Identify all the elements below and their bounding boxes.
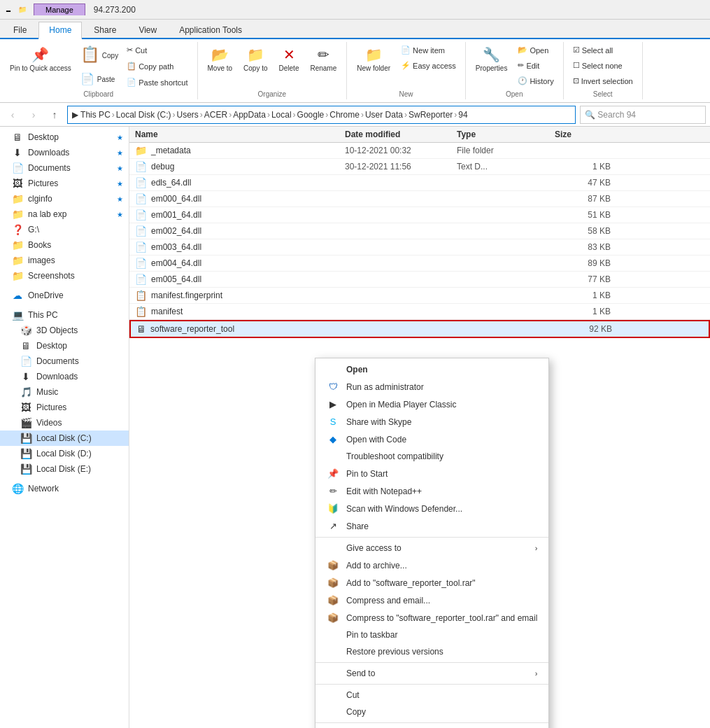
tab-view[interactable]: View	[128, 22, 167, 38]
ctx-restore-versions[interactable]: Restore previous versions	[315, 643, 548, 660]
tab-application-tools[interactable]: Application Tools	[169, 22, 253, 38]
context-menu: Open 🛡 Run as administrator ▶ Open in Me…	[315, 358, 549, 728]
ctx-add-archive[interactable]: 📦 Add to archive...	[315, 556, 548, 574]
new-item-button[interactable]: 📄 New item	[397, 43, 460, 57]
select-all-button[interactable]: ☑ Select all	[569, 43, 637, 57]
copy-button[interactable]: 📋 Copy	[78, 43, 120, 67]
ctx-give-access[interactable]: Give access to ›	[315, 540, 548, 556]
sidebar-item-downloads[interactable]: ⬇ Downloads ★	[0, 145, 129, 160]
sidebar-item-locale[interactable]: 💾 Local Disk (E:)	[0, 461, 129, 477]
path-part: ▶ This PC	[72, 110, 111, 120]
file-row[interactable]: 📄 em003_64.dll 83 KB	[129, 239, 710, 255]
cut-button[interactable]: ✂ Cut	[123, 43, 191, 57]
sidebar-item-network[interactable]: 🌐 Network	[0, 481, 129, 496]
col-name[interactable]: Name	[135, 130, 345, 139]
tab-home[interactable]: Home	[38, 22, 82, 39]
sidebar-item-gcolon[interactable]: ❓ G:\	[0, 222, 129, 237]
sidebar-item-nalabexp[interactable]: 📁 na lab exp ★	[0, 206, 129, 222]
sidebar-item-desktop2[interactable]: 🖥 Desktop	[0, 338, 129, 354]
search-input[interactable]: 🔍 Search 94	[580, 106, 706, 124]
ctx-create-shortcut[interactable]: Create shortcut	[315, 725, 548, 728]
sidebar-item-locald[interactable]: 💾 Local Disk (D:)	[0, 446, 129, 461]
sidebar-item-videos[interactable]: 🎬 Videos	[0, 415, 129, 430]
sidebar-item-documents2[interactable]: 📄 Documents	[0, 354, 129, 369]
copy-to-button[interactable]: 📁 Copy to	[239, 43, 271, 75]
ctx-share[interactable]: ↗ Share	[315, 517, 548, 535]
move-to-button[interactable]: 📂 Move to	[204, 43, 237, 75]
file-row[interactable]: 📋 manifest 1 KB	[129, 304, 710, 320]
invert-selection-button[interactable]: ⊡ Invert selection	[569, 74, 637, 88]
ctx-run-admin[interactable]: 🛡 Run as administrator	[315, 378, 548, 396]
file-row[interactable]: 📋 manifest.fingerprint 1 KB	[129, 288, 710, 304]
sidebar-item-books[interactable]: 📁 Books	[0, 237, 129, 253]
sidebar-item-documents[interactable]: 📄 Documents ★	[0, 160, 129, 176]
up-button[interactable]: ↑	[46, 106, 63, 123]
sidebar-item-localc[interactable]: 💾 Local Disk (C:)	[0, 430, 129, 446]
sidebar-item-downloads2[interactable]: ⬇ Downloads	[0, 369, 129, 384]
delete-ribbon-button[interactable]: ✕ Delete	[275, 43, 304, 75]
easy-access-button[interactable]: ⚡ Easy access	[397, 59, 460, 72]
tab-share[interactable]: Share	[83, 22, 127, 38]
pin-quick-access-button[interactable]: 📌 Pin to Quick access	[6, 43, 76, 75]
ctx-open-media[interactable]: ▶ Open in Media Player Classic	[315, 396, 548, 413]
file-row[interactable]: 📄 em001_64.dll 51 KB	[129, 207, 710, 223]
ctx-open-vscode[interactable]: ◆ Open with Code	[315, 430, 548, 448]
sidebar-item-clginfo[interactable]: 📁 clginfo ★	[0, 191, 129, 206]
sidebar-item-music[interactable]: 🎵 Music	[0, 384, 129, 400]
new-folder-button[interactable]: 📁 New folder	[353, 43, 395, 75]
col-type[interactable]: Type	[457, 130, 555, 139]
ctx-share-skype[interactable]: S Share with Skype	[315, 413, 548, 430]
file-row[interactable]: 📄 edls_64.dll 47 KB	[129, 175, 710, 191]
file-row[interactable]: 📄 em004_64.dll 89 KB	[129, 255, 710, 272]
properties-button[interactable]: 🔧 Properties	[471, 43, 512, 75]
edit-button[interactable]: ✏ Edit	[514, 59, 557, 72]
history-button[interactable]: 🕐 History	[514, 74, 557, 88]
ctx-edit-notepad[interactable]: ✏ Edit with Notepad++	[315, 482, 548, 500]
ctx-scan-defender[interactable]: 🔰 Scan with Windows Defender...	[315, 500, 548, 517]
rename-button[interactable]: ✏ Rename	[306, 43, 341, 75]
clginfo-icon: 📁	[11, 193, 24, 204]
paste-shortcut-button[interactable]: 📄 Paste shortcut	[123, 76, 191, 89]
sidebar-item-onedrive[interactable]: ☁ OneDrive	[0, 288, 129, 303]
paste-button[interactable]: 📄 Paste	[78, 70, 120, 89]
ctx-cut[interactable]: Cut	[315, 687, 548, 704]
tab-file[interactable]: File	[3, 22, 37, 38]
file-row[interactable]: 📄 debug 30-12-2021 11:56 Text D... 1 KB	[129, 159, 710, 175]
minimize-icon[interactable]: 🗕	[3, 4, 14, 15]
sidebar-item-thispc[interactable]: 💻 This PC	[0, 307, 129, 323]
new-group: 📁 New folder 📄 New item ⚡ Easy access Ne…	[347, 42, 466, 99]
file-row[interactable]: 📄 em000_64.dll 87 KB	[129, 191, 710, 207]
ctx-compress-rar-email[interactable]: 📦 Compress to "software_reporter_tool.ra…	[315, 609, 548, 626]
select-none-button[interactable]: ☐ Select none	[569, 59, 637, 72]
copy-path-button[interactable]: 📋 Copy path	[123, 59, 191, 73]
forward-button[interactable]: ›	[25, 106, 42, 123]
videos-icon: 🎬	[20, 417, 32, 428]
sidebar-item-screenshots[interactable]: 📁 Screenshots	[0, 268, 129, 284]
ctx-open[interactable]: Open	[315, 361, 548, 378]
file-row[interactable]: 📄 em005_64.dll 77 KB	[129, 272, 710, 288]
address-path[interactable]: ▶ This PC › Local Disk (C:) › Users › AC…	[67, 106, 576, 124]
ctx-copy[interactable]: Copy	[315, 704, 548, 720]
col-size[interactable]: Size	[555, 130, 611, 139]
ctx-compress-email[interactable]: 📦 Compress and email...	[315, 592, 548, 609]
back-button[interactable]: ‹	[4, 106, 21, 123]
sidebar-item-3dobjects[interactable]: 🎲 3D Objects	[0, 323, 129, 338]
window-controls[interactable]: 🗕 📁	[3, 4, 28, 15]
col-date[interactable]: Date modified	[345, 130, 457, 139]
new-item-icon: 📄	[401, 46, 411, 55]
manage-tab[interactable]: Manage	[34, 4, 85, 15]
ctx-send-to[interactable]: Send to ›	[315, 665, 548, 682]
ctx-troubleshoot[interactable]: Troubleshoot compatibility	[315, 448, 548, 465]
sidebar-item-pictures2[interactable]: 🖼 Pictures	[0, 400, 129, 415]
open-ribbon-button[interactable]: 📂 Open	[514, 43, 557, 57]
ctx-pin-taskbar[interactable]: Pin to taskbar	[315, 626, 548, 643]
file-row[interactable]: 📄 em002_64.dll 58 KB	[129, 223, 710, 239]
software-reporter-tool-row[interactable]: 🖥 software_reporter_tool 92 KB	[129, 320, 710, 338]
ctx-compress-icon: 📦	[327, 595, 339, 606]
sidebar-item-pictures[interactable]: 🖼 Pictures ★	[0, 176, 129, 191]
ctx-pin-start[interactable]: 📌 Pin to Start	[315, 465, 548, 482]
file-row[interactable]: 📁 _metadata 10-12-2021 00:32 File folder	[129, 143, 710, 159]
sidebar-item-desktop[interactable]: 🖥 Desktop ★	[0, 130, 129, 145]
ctx-add-rar[interactable]: 📦 Add to "software_reporter_tool.rar"	[315, 574, 548, 592]
sidebar-item-images[interactable]: 📁 images	[0, 253, 129, 268]
